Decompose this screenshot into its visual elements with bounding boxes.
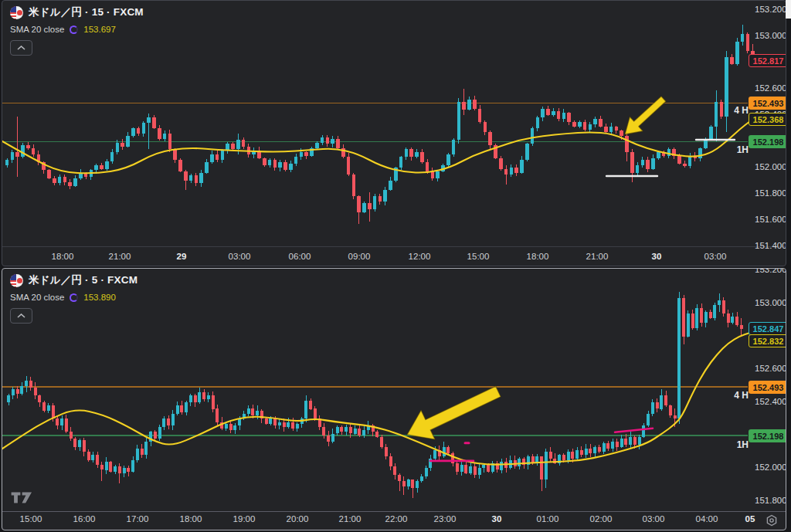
time-tick: 18:00 — [52, 252, 74, 261]
time-tick: 09:00 — [348, 252, 371, 261]
time-tick: 03:00 — [643, 514, 665, 524]
time-tick: 02:00 — [590, 514, 613, 524]
price-tick: 151.800 — [755, 496, 786, 505]
time-tick: 30 — [492, 514, 502, 524]
time-tick: 03:00 — [704, 252, 727, 261]
time-tick: 05 — [745, 514, 755, 524]
price-tick: 151.600 — [755, 215, 786, 224]
time-tick: 12:00 — [409, 252, 431, 261]
price-tick: 152.600 — [755, 83, 786, 93]
timeframe-level-tag: 4 H — [718, 105, 749, 116]
price-tick: 151.800 — [755, 188, 786, 198]
annotation-arrow[interactable] — [625, 97, 666, 134]
price-label[interactable]: 152.847 — [749, 322, 786, 335]
usdjpy-flag-icon — [10, 274, 23, 287]
time-tick: 19:00 — [233, 514, 256, 524]
time-axis-separator — [2, 511, 786, 512]
time-tick: 18:00 — [180, 514, 202, 524]
time-tick: 20:00 — [287, 514, 309, 524]
indicator-loading-icon — [70, 25, 78, 34]
chevron-up-icon — [17, 46, 25, 50]
annotation-arrow[interactable] — [407, 386, 501, 439]
price-tick: 153.200 — [755, 268, 786, 274]
drawn-segment[interactable] — [615, 429, 653, 432]
price-tick: 151.400 — [755, 241, 786, 250]
time-tick: 15:00 — [20, 514, 42, 524]
price-label[interactable]: 152.832 — [749, 334, 786, 347]
legend-15m: 米ドル／円 · 15 · FXCM SMA 20 close 153.697 — [10, 5, 144, 56]
indicator-label: SMA 20 close — [10, 293, 64, 302]
time-axis-separator — [2, 246, 786, 247]
time-tick: 03:00 — [229, 252, 251, 261]
multi-chart-layout: 米ドル／円 · 15 · FXCM SMA 20 close 153.697 1… — [0, 0, 791, 532]
tradingview-logo[interactable] — [10, 491, 33, 507]
time-tick: 01:00 — [537, 514, 559, 524]
time-tick: 16:00 — [73, 514, 96, 524]
time-tick: 18:00 — [527, 252, 549, 261]
timeframe-level-tag: 1H — [718, 144, 749, 155]
indicator-value: 153.697 — [83, 25, 116, 34]
price-label[interactable]: 152.198 — [749, 135, 786, 148]
usdjpy-flag-icon — [10, 6, 23, 19]
price-tick: 153.000 — [755, 298, 786, 307]
time-tick: 23:00 — [434, 514, 457, 524]
symbol-title: 米ドル／円 · 5 · FXCM — [29, 273, 137, 287]
indicator-label: SMA 20 close — [10, 25, 64, 34]
chart-pane-5m[interactable]: 米ドル／円 · 5 · FXCM SMA 20 close 153.890 — [2, 268, 786, 530]
price-tick: 153.000 — [755, 31, 786, 40]
time-tick: 15:00 — [467, 252, 490, 261]
time-axis-settings-gear-icon[interactable] — [766, 514, 778, 530]
price-label[interactable]: 152.198 — [749, 429, 786, 442]
price-label[interactable]: 152.817 — [749, 54, 786, 67]
time-tick: 21:00 — [109, 252, 131, 261]
indicator-loading-icon — [70, 293, 78, 302]
time-tick: 21:00 — [339, 514, 362, 524]
timeframe-level-tag: 4 H — [718, 390, 749, 401]
time-tick: 06:00 — [289, 252, 311, 261]
chevron-up-icon — [17, 313, 25, 318]
price-label[interactable]: 152.493 — [749, 381, 786, 394]
price-label[interactable]: 152.368 — [749, 113, 786, 126]
time-tick: 17:00 — [127, 514, 149, 524]
price-tick: 153.200 — [755, 5, 786, 14]
time-tick: 04:00 — [696, 514, 718, 524]
collapse-indicators-button[interactable] — [10, 308, 32, 324]
time-tick: 29 — [177, 252, 187, 261]
price-tick: 152.400 — [755, 397, 786, 406]
time-tick: 22:00 — [385, 514, 408, 524]
price-tick: 152.000 — [755, 162, 786, 171]
legend-5m: 米ドル／円 · 5 · FXCM SMA 20 close 153.890 — [10, 273, 137, 324]
time-tick: 30 — [652, 252, 662, 261]
window-edge-artifact — [786, 0, 791, 19]
price-tick: 152.000 — [755, 463, 786, 472]
time-tick: 21:00 — [586, 252, 609, 261]
price-label[interactable]: 152.493 — [749, 97, 786, 110]
price-tick: 152.600 — [755, 364, 786, 373]
indicator-value: 153.890 — [83, 293, 116, 302]
symbol-title: 米ドル／円 · 15 · FXCM — [29, 5, 144, 19]
timeframe-level-tag: 1H — [718, 439, 749, 450]
collapse-indicators-button[interactable] — [10, 40, 32, 56]
chart-pane-15m[interactable]: 米ドル／円 · 15 · FXCM SMA 20 close 153.697 1… — [2, 0, 786, 266]
